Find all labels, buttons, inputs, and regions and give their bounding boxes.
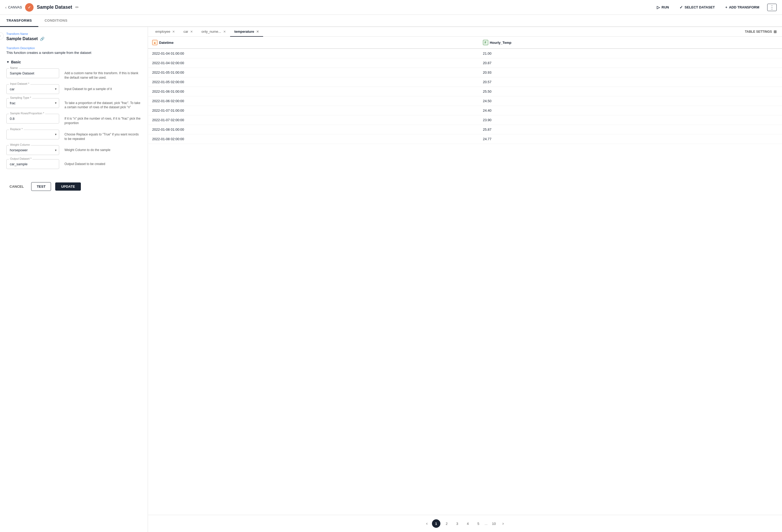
value-cell: 24.40 [479, 106, 782, 115]
page-4-button[interactable]: 4 [464, 519, 472, 528]
table-row: 2022-01-06 02:00:00 24.50 [148, 97, 782, 106]
select-dataset-button[interactable]: ✓ SELECT DATASET [677, 3, 717, 11]
cancel-button[interactable]: CANCEL [6, 183, 27, 191]
sampling-type-select[interactable]: frac n [6, 98, 59, 108]
table-row: 2022-01-04 01:00:00 21.00 [148, 48, 782, 59]
transform-desc-label: Transform Description [6, 46, 141, 50]
next-page-button[interactable]: › [500, 520, 506, 527]
table-row: 2022-01-05 01:00:00 20.93 [148, 68, 782, 77]
run-button[interactable]: ▷ RUN [654, 3, 672, 11]
basic-section-header[interactable]: ▼ Basic [6, 60, 141, 64]
table-row: 2022-01-08 01:00:00 25.87 [148, 125, 782, 135]
transform-name-text: Sample Dataset [6, 36, 38, 41]
data-table-container: ▲ Datetime F Hourly_Temp [148, 37, 782, 515]
datetime-cell: 2022-01-05 02:00:00 [148, 77, 479, 87]
tab-close-car[interactable]: ✕ [190, 30, 193, 34]
tab-close-only-nume[interactable]: ✕ [223, 30, 226, 34]
datetime-cell: 2022-01-07 01:00:00 [148, 106, 479, 115]
page-2-button[interactable]: 2 [442, 519, 451, 528]
weight-column-select[interactable]: horsepower [6, 145, 59, 155]
output-dataset-input[interactable] [6, 159, 59, 169]
value-cell: 25.50 [479, 87, 782, 97]
tab-close-employee[interactable]: ✕ [172, 30, 175, 34]
table-settings-icon: ⊞ [774, 30, 777, 34]
input-dataset-label: Input Dataset * [9, 82, 30, 85]
tab-employee[interactable]: employee ✕ [151, 27, 179, 37]
more-options-button[interactable]: ⋮ [767, 4, 777, 11]
col-header-datetime: ▲ Datetime [148, 37, 479, 48]
collapse-panel-button[interactable]: ‹ [0, 32, 4, 40]
value-cell: 20.57 [479, 77, 782, 87]
float-type-badge: F [483, 40, 488, 45]
output-dataset-label: Output Dataset * [9, 157, 33, 160]
pagination: ‹ 1 2 3 4 5 ... 10 › [148, 515, 782, 532]
name-row: Name Add a custom name for this transfor… [6, 68, 141, 80]
sample-rows-hint: If it is "n" pick the number of rows, if… [65, 114, 141, 125]
datetime-col-label: Datetime [159, 41, 174, 45]
page-3-button[interactable]: 3 [453, 519, 462, 528]
update-button[interactable]: UPDATE [55, 183, 80, 191]
value-cell: 25.87 [479, 125, 782, 135]
input-dataset-hint: Input Dataset to get a sample of it [65, 84, 141, 91]
chevron-down-icon: ▼ [6, 60, 9, 64]
canvas-link[interactable]: ‹ CANVAS [5, 5, 22, 9]
main-content: ‹ Transform Name Sample Dataset 🔗 Transf… [0, 27, 782, 532]
datetime-cell: 2022-01-06 01:00:00 [148, 87, 479, 97]
table-settings-button[interactable]: TABLE SETTINGS ⊞ [743, 29, 779, 35]
input-dataset-select-wrap: car ▾ [6, 84, 59, 94]
weight-column-hint: Weight Column to do the sample [65, 145, 141, 152]
sample-rows-input[interactable] [6, 114, 59, 123]
table-row: 2022-01-06 01:00:00 25.50 [148, 87, 782, 97]
add-transform-button[interactable]: + ADD TRANSFORM [723, 4, 762, 11]
basic-section-label: Basic [11, 60, 21, 64]
add-transform-label: ADD TRANSFORM [729, 5, 759, 9]
input-dataset-row: Input Dataset * car ▾ Input Dataset to g… [6, 84, 141, 94]
weight-column-row: Weight Column horsepower ▾ Weight Column… [6, 145, 141, 155]
prev-page-button[interactable]: ‹ [424, 520, 430, 527]
table-row: 2022-01-07 01:00:00 24.40 [148, 106, 782, 115]
transform-desc-value: This function creates a random sample fr… [6, 51, 141, 55]
output-dataset-row: Output Dataset * Output Dataset to be cr… [6, 159, 141, 169]
value-cell: 24.77 [479, 135, 782, 144]
datetime-cell: 2022-01-04 01:00:00 [148, 48, 479, 59]
datetime-cell: 2022-01-08 01:00:00 [148, 125, 479, 135]
table-row: 2022-01-05 02:00:00 20.57 [148, 77, 782, 87]
name-input[interactable] [6, 68, 59, 78]
page-5-button[interactable]: 5 [474, 519, 483, 528]
link-icon[interactable]: 🔗 [40, 37, 44, 41]
col-header-hourly-temp: F Hourly_Temp [479, 37, 782, 48]
test-button[interactable]: TEST [31, 182, 51, 191]
input-dataset-select[interactable]: car [6, 84, 59, 94]
dataset-title: Sample Dataset [37, 4, 72, 10]
replace-select-wrap: True False ▾ [6, 129, 59, 140]
sampling-type-label: Sampling Type * [9, 96, 32, 99]
select-dataset-label: SELECT DATASET [684, 5, 715, 9]
table-row: 2022-01-04 02:00:00 20.87 [148, 59, 782, 68]
replace-select[interactable]: True False [6, 129, 59, 140]
page-1-button[interactable]: 1 [432, 519, 440, 528]
input-dataset-field: Input Dataset * car ▾ [6, 84, 59, 94]
left-panel: ‹ Transform Name Sample Dataset 🔗 Transf… [0, 27, 148, 532]
weight-column-select-wrap: horsepower ▾ [6, 145, 59, 155]
tab-temperature[interactable]: temperature ✕ [230, 27, 263, 37]
edit-icon[interactable]: ✏ [75, 5, 79, 10]
name-field: Name [6, 68, 59, 78]
chevron-left-icon: ‹ [5, 5, 7, 9]
tab-close-temperature[interactable]: ✕ [256, 30, 259, 34]
table-settings-label: TABLE SETTINGS [745, 30, 772, 34]
tab-conditions[interactable]: CONDITIONS [38, 15, 74, 27]
tab-transforms[interactable]: TRANSFORMS [0, 15, 38, 27]
datetime-cell: 2022-01-07 02:00:00 [148, 115, 479, 125]
page-10-button[interactable]: 10 [490, 519, 498, 528]
canvas-label: CANVAS [8, 5, 22, 9]
sampling-type-field: Sampling Type * frac n ▾ [6, 98, 59, 108]
datetime-cell: 2022-01-04 02:00:00 [148, 59, 479, 68]
replace-row: Replace * True False ▾ Choose Replace eq… [6, 129, 141, 141]
name-hint: Add a custom name for this transform. If… [65, 68, 141, 80]
tab-car[interactable]: car ✕ [179, 27, 197, 37]
header-left: ‹ CANVAS ✓ Sample Dataset ✏ [5, 3, 654, 12]
plus-icon: + [725, 5, 727, 9]
name-field-label: Name [9, 66, 19, 69]
data-table: ▲ Datetime F Hourly_Temp [148, 37, 782, 144]
tab-only-nume[interactable]: only_nume... ✕ [197, 27, 230, 37]
